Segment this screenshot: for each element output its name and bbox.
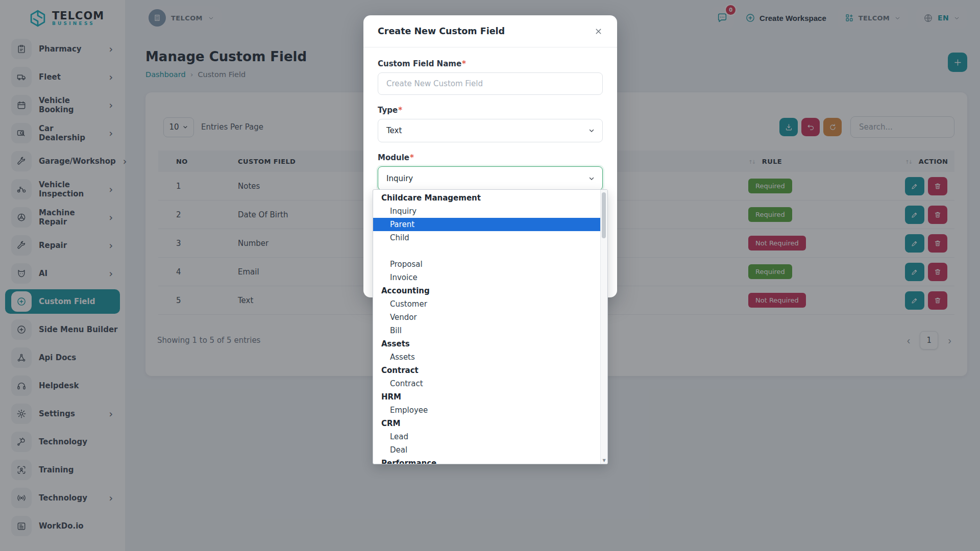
close-icon [594,27,603,36]
modal-header: Create New Custom Field [363,15,617,47]
dropdown-scrollbar[interactable]: ▼ [600,190,607,464]
chevron-down-icon [588,175,595,182]
type-select-value: Text [386,126,402,135]
module-dropdown-list: Childcare ManagementInquiryParentChild P… [373,191,601,464]
dropdown-option-contract[interactable]: Contract [373,377,601,390]
dropdown-group-contract: Contract [373,364,601,377]
module-dropdown: Childcare ManagementInquiryParentChild P… [373,189,608,464]
dropdown-option-lead[interactable]: Lead [373,430,601,443]
dropdown-group-blank [373,244,601,258]
dropdown-option-deal[interactable]: Deal [373,443,601,457]
dropdown-group-childcare-management: Childcare Management [373,191,601,205]
dropdown-option-assets[interactable]: Assets [373,350,601,364]
dropdown-group-crm: CRM [373,417,601,430]
dropdown-group-assets: Assets [373,337,601,350]
dropdown-option-invoice[interactable]: Invoice [373,271,601,284]
custom-field-name-input[interactable] [378,72,603,95]
dropdown-option-bill[interactable]: Bill [373,324,601,337]
close-button[interactable] [591,27,606,36]
scrollbar-thumb[interactable] [602,192,606,238]
required-mark: * [398,106,402,115]
dropdown-group-performance: Performance [373,457,601,464]
modal-body: Custom Field Name* Type* Text Module* In… [363,47,617,190]
required-mark: * [410,153,414,162]
custom-field-name-label: Custom Field Name* [378,59,603,68]
module-select-value: Inquiry [386,174,413,183]
dropdown-option-child[interactable]: Child [373,231,601,244]
type-select[interactable]: Text [378,119,603,142]
dropdown-option-parent[interactable]: Parent [373,218,601,231]
dropdown-option-customer[interactable]: Customer [373,297,601,311]
dropdown-option-inquiry[interactable]: Inquiry [373,205,601,218]
required-mark: * [462,59,466,68]
dropdown-group-hrm: HRM [373,390,601,404]
dropdown-option-employee[interactable]: Employee [373,404,601,417]
scrollbar-down-arrow[interactable]: ▼ [601,458,607,463]
dropdown-option-proposal[interactable]: Proposal [373,258,601,271]
chevron-down-icon [588,127,595,134]
dropdown-group-accounting: Accounting [373,284,601,297]
modal-title: Create New Custom Field [378,26,505,36]
module-label: Module* [378,153,603,162]
dropdown-option-vendor[interactable]: Vendor [373,311,601,324]
module-select[interactable]: Inquiry [378,166,603,190]
type-label: Type* [378,106,603,115]
